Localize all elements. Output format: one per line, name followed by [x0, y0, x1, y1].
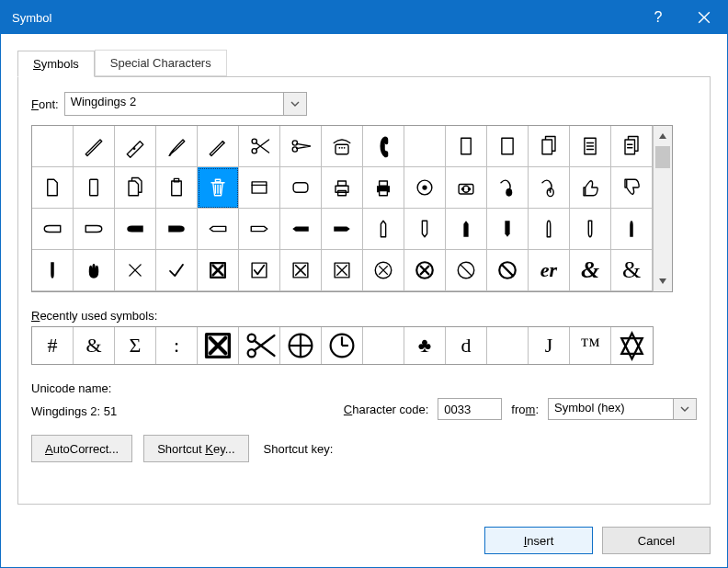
- symbol-cell-page-lines[interactable]: [570, 126, 611, 167]
- recent-symbol[interactable]: [363, 327, 404, 364]
- char-code-input[interactable]: [438, 398, 502, 420]
- symbol-cell-scissors-open[interactable]: [239, 126, 280, 167]
- symbol-cell-thumb-up[interactable]: [570, 167, 611, 209]
- recent-symbol[interactable]: &: [74, 327, 115, 364]
- symbol-cell-blank[interactable]: [404, 126, 446, 167]
- recent-symbol[interactable]: [198, 327, 239, 364]
- svg-point-8: [339, 147, 341, 149]
- symbol-cell-ampersand-outline[interactable]: &: [611, 250, 653, 291]
- recent-grid[interactable]: #&Σ:♣dJ™: [31, 326, 654, 365]
- symbol-cell-check[interactable]: [156, 250, 198, 291]
- autocorrect-button[interactable]: AutoCorrect...: [31, 435, 132, 462]
- symbol-cell-rounded-rect[interactable]: [280, 167, 322, 209]
- symbol-cell-hand-right-fill[interactable]: [156, 209, 198, 250]
- symbol-cell-x-box-bold[interactable]: [198, 250, 239, 291]
- tab-special-characters[interactable]: Special Characters: [95, 50, 227, 76]
- symbol-cell-hand-down-out2[interactable]: [570, 209, 611, 250]
- symbol-cell-x-box[interactable]: [280, 250, 322, 291]
- symbol-cell-page-outline[interactable]: [487, 126, 529, 167]
- buttons-row: AutoCorrect... Shortcut Key... Shortcut …: [31, 435, 697, 462]
- recent-symbol[interactable]: d: [446, 327, 487, 364]
- symbol-cell-thumb-down[interactable]: [611, 167, 653, 209]
- symbol-cell-window[interactable]: [239, 167, 280, 209]
- symbol-cell-hand-down-fill[interactable]: [487, 209, 529, 250]
- symbol-cell-no-entry-bold[interactable]: [487, 250, 529, 291]
- symbol-cell-page-blank[interactable]: [32, 167, 74, 209]
- recent-symbol[interactable]: [280, 327, 322, 364]
- symbol-cell-brush-pen[interactable]: [156, 126, 198, 167]
- symbol-cell-hand-left-outline[interactable]: [32, 209, 74, 250]
- scroll-track[interactable]: [654, 146, 672, 271]
- symbol-cell-camera[interactable]: [446, 167, 487, 209]
- symbol-cell-hand-up-out2[interactable]: [529, 209, 570, 250]
- from-dropdown-button[interactable]: [673, 398, 697, 420]
- symbol-cell-printer[interactable]: [322, 167, 363, 209]
- recent-symbol[interactable]: #: [32, 327, 74, 364]
- symbol-cell-hand-right-out2[interactable]: [239, 209, 280, 250]
- symbol-cell-circle-x-bold[interactable]: [404, 250, 446, 291]
- symbol-cell-hand-point-up[interactable]: [611, 209, 653, 250]
- recent-symbol[interactable]: :: [156, 327, 198, 364]
- symbol-cell-printer-filled[interactable]: [363, 167, 404, 209]
- symbol-cell-no-entry[interactable]: [446, 250, 487, 291]
- symbol-cell-er-script[interactable]: er: [529, 250, 570, 291]
- scroll-thumb[interactable]: [655, 146, 670, 168]
- symbol-cell-clipboard[interactable]: [156, 167, 198, 209]
- symbol-cell-hand-open[interactable]: [74, 250, 115, 291]
- recent-symbol[interactable]: [239, 327, 280, 364]
- recent-symbol[interactable]: [611, 327, 653, 364]
- recent-symbol[interactable]: J: [529, 327, 570, 364]
- svg-rect-25: [174, 178, 178, 182]
- recent-symbol[interactable]: ♣: [404, 327, 446, 364]
- close-button[interactable]: [681, 1, 727, 34]
- symbol-cell-disc[interactable]: [404, 167, 446, 209]
- symbol-cell-page[interactable]: [446, 126, 487, 167]
- symbol-cell-hand-point-right[interactable]: [322, 209, 363, 250]
- symbol-cell-hand-up-fill[interactable]: [446, 209, 487, 250]
- symbol-cell-mouse-cord[interactable]: [487, 167, 529, 209]
- symbol-grid[interactable]: er&&: [31, 125, 653, 292]
- symbol-cell-ampersand-script[interactable]: &: [570, 250, 611, 291]
- tab-symbols[interactable]: Symbols: [17, 51, 95, 77]
- symbol-cell-hand-point-down[interactable]: [32, 250, 74, 291]
- symbol-cell-pen[interactable]: [74, 126, 115, 167]
- symbol-cell-phone-desk[interactable]: [322, 126, 363, 167]
- recent-symbol[interactable]: [487, 327, 529, 364]
- symbol-cell-pages-lines[interactable]: [611, 126, 653, 167]
- symbol-cell-check-box[interactable]: [239, 250, 280, 291]
- symbol-cell-blank[interactable]: [32, 126, 74, 167]
- symbol-cell-pages-stack[interactable]: [529, 126, 570, 167]
- help-button[interactable]: ?: [635, 1, 681, 34]
- font-dropdown[interactable]: Wingdings 2: [64, 92, 307, 116]
- font-dropdown-button[interactable]: [283, 92, 307, 116]
- recent-symbol[interactable]: Σ: [115, 327, 156, 364]
- symbol-cell-fountain-pen[interactable]: [115, 126, 156, 167]
- symbol-cell-hand-left-out2[interactable]: [198, 209, 239, 250]
- symbol-grid-scrollbar[interactable]: [653, 125, 673, 292]
- symbol-cell-handset[interactable]: [363, 126, 404, 167]
- symbol-cell-device-outline[interactable]: [74, 167, 115, 209]
- shortcut-key-button[interactable]: Shortcut Key...: [143, 435, 248, 462]
- from-value[interactable]: Symbol (hex): [548, 398, 673, 420]
- symbol-cell-hand-up-outline[interactable]: [363, 209, 404, 250]
- recent-symbol[interactable]: [322, 327, 363, 364]
- symbol-cell-hand-down-outline[interactable]: [404, 209, 446, 250]
- symbol-cell-pencil[interactable]: [198, 126, 239, 167]
- symbol-cell-circle-x[interactable]: [363, 250, 404, 291]
- scroll-down-button[interactable]: [654, 271, 672, 291]
- symbol-cell-mouse[interactable]: [529, 167, 570, 209]
- from-dropdown[interactable]: Symbol (hex): [548, 398, 697, 420]
- symbol-cell-hand-right-outline[interactable]: [74, 209, 115, 250]
- symbol-cell-trash[interactable]: [198, 167, 239, 209]
- font-value[interactable]: Wingdings 2: [64, 92, 283, 116]
- symbol-cell-x-thin[interactable]: [115, 250, 156, 291]
- symbol-cell-hand-left-fill[interactable]: [115, 209, 156, 250]
- recent-symbol[interactable]: ™: [570, 327, 611, 364]
- symbol-cell-x-box-thin[interactable]: [322, 250, 363, 291]
- cancel-button[interactable]: Cancel: [602, 527, 711, 554]
- symbol-cell-scissors-cut[interactable]: [280, 126, 322, 167]
- symbol-cell-hand-point-left[interactable]: [280, 209, 322, 250]
- scroll-up-button[interactable]: [654, 126, 672, 146]
- insert-button[interactable]: Insert: [484, 527, 593, 554]
- symbol-cell-docs-stack[interactable]: [115, 167, 156, 209]
